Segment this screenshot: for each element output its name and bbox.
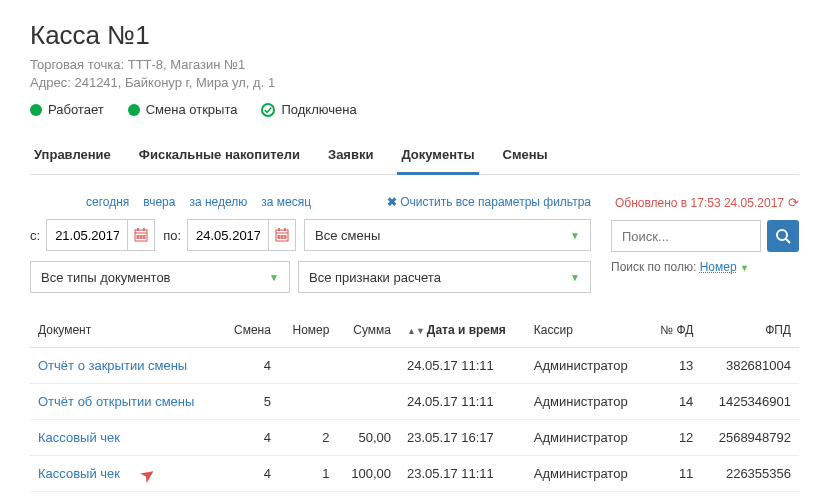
cell-fd: 10 [647, 492, 701, 504]
th-datetime[interactable]: ▲▼Дата и время [399, 313, 526, 348]
svg-line-19 [786, 239, 790, 243]
cell-number [279, 492, 337, 504]
cell-fd: 12 [647, 420, 701, 456]
document-link[interactable]: Кассовый чек [38, 466, 120, 481]
quick-today[interactable]: сегодня [86, 195, 129, 209]
cell-fpd: 269436706 [701, 492, 799, 504]
cell-sum [337, 384, 399, 420]
date-from-input[interactable] [47, 222, 127, 249]
cell-fd: 11 [647, 456, 701, 492]
th-fpd[interactable]: ФПД [701, 313, 799, 348]
chevron-down-icon: ▼ [740, 263, 749, 273]
date-to-input[interactable] [188, 222, 268, 249]
document-link[interactable]: Отчёт о закрытии смены [38, 358, 187, 373]
updated-text: Обновлено в 17:53 24.05.2017 [615, 196, 784, 210]
cell-datetime: 24.05.17 11:11 [399, 348, 526, 384]
cell-shift: 4 [220, 348, 278, 384]
th-sum[interactable]: Сумма [337, 313, 399, 348]
table-row: Отчёт об открытии смены423.05.17 10:59Ад… [30, 492, 799, 504]
cell-number [279, 384, 337, 420]
clear-filter[interactable]: ✖ Очистить все параметры фильтра [387, 195, 591, 209]
th-shift[interactable]: Смена [220, 313, 278, 348]
address-label: Адрес: [30, 75, 71, 90]
cell-cashier: Администратор [526, 420, 647, 456]
shift-select-label: Все смены [315, 228, 380, 243]
calendar-from-button[interactable] [127, 220, 154, 250]
quick-week[interactable]: за неделю [189, 195, 247, 209]
cell-fpd: 2568948792 [701, 420, 799, 456]
status-working-label: Работает [48, 102, 104, 117]
refresh-icon[interactable]: ⟳ [788, 195, 799, 210]
quick-month[interactable]: за месяц [261, 195, 311, 209]
trade-point-line: Торговая точка: ТТТ-8, Магазин №1 [30, 57, 799, 72]
cell-fd: 13 [647, 348, 701, 384]
cell-cashier: Администратор [526, 456, 647, 492]
cell-shift: 4 [220, 492, 278, 504]
status-row: Работает Смена открыта Подключена [30, 102, 799, 117]
cell-datetime: 23.05.17 10:59 [399, 492, 526, 504]
updated-label: Обновлено в 17:53 24.05.2017 ⟳ [611, 195, 799, 210]
table-row: Отчёт об открытии смены524.05.17 11:11Ад… [30, 384, 799, 420]
cell-fd: 14 [647, 384, 701, 420]
cell-cashier: Администратор [526, 384, 647, 420]
calendar-to-button[interactable] [268, 220, 295, 250]
tab-documents[interactable]: Документы [397, 137, 478, 175]
calctype-select[interactable]: Все признаки расчета ▼ [298, 261, 591, 293]
shift-select[interactable]: Все смены ▼ [304, 219, 591, 251]
search-field-label: Поиск по полю: [611, 260, 696, 274]
check-circle-icon [261, 103, 275, 117]
calendar-icon [275, 228, 289, 242]
calctype-select-label: Все признаки расчета [309, 270, 441, 285]
th-datetime-label: Дата и время [427, 323, 506, 337]
documents-table: Документ Смена Номер Сумма ▲▼Дата и врем… [30, 313, 799, 503]
pointer-arrow-icon: ➤ [135, 462, 160, 489]
clear-filter-label: Очистить все параметры фильтра [400, 195, 591, 209]
chevron-down-icon: ▼ [269, 272, 279, 283]
status-working: Работает [30, 102, 104, 117]
search-field-select[interactable]: Номер [700, 260, 737, 274]
cell-datetime: 24.05.17 11:11 [399, 384, 526, 420]
status-connected-label: Подключена [281, 102, 356, 117]
doctype-select[interactable]: Все типы документов ▼ [30, 261, 290, 293]
tab-fiscal[interactable]: Фискальные накопители [135, 137, 304, 175]
tabs: Управление Фискальные накопители Заявки … [30, 137, 799, 175]
cell-number: 1 [279, 456, 337, 492]
cell-cashier: Администратор [526, 348, 647, 384]
cell-shift: 4 [220, 456, 278, 492]
chevron-down-icon: ▼ [570, 230, 580, 241]
tab-requests[interactable]: Заявки [324, 137, 377, 175]
document-link[interactable]: Кассовый чек [38, 430, 120, 445]
search-field-row: Поиск по полю: Номер ▼ [611, 260, 799, 274]
document-link[interactable]: Отчёт об открытии смены [38, 394, 194, 409]
table-row: Отчёт о закрытии смены424.05.17 11:11Адм… [30, 348, 799, 384]
svg-point-18 [777, 230, 787, 240]
th-fd[interactable]: № ФД [647, 313, 701, 348]
address-value: 241241, Байконур г, Мира ул, д. 1 [74, 75, 275, 90]
status-dot-icon [30, 104, 42, 116]
status-dot-icon [128, 104, 140, 116]
tab-management[interactable]: Управление [30, 137, 115, 175]
date-from-label: с: [30, 228, 40, 243]
date-to-label: по: [163, 228, 181, 243]
th-number[interactable]: Номер [279, 313, 337, 348]
sort-icon: ▲▼ [407, 326, 425, 336]
th-cashier[interactable]: Кассир [526, 313, 647, 348]
search-icon [775, 228, 791, 244]
point-value: ТТТ-8, Магазин №1 [128, 57, 246, 72]
cell-sum [337, 492, 399, 504]
th-document[interactable]: Документ [30, 313, 220, 348]
search-input[interactable] [611, 220, 761, 252]
cell-fpd: 226355356 [701, 456, 799, 492]
tab-shifts[interactable]: Смены [499, 137, 552, 175]
cell-sum: 100,00 [337, 456, 399, 492]
cell-fpd: 382681004 [701, 348, 799, 384]
cell-shift: 4 [220, 420, 278, 456]
quick-yesterday[interactable]: вчера [143, 195, 175, 209]
cell-fpd: 1425346901 [701, 384, 799, 420]
search-button[interactable] [767, 220, 799, 252]
cell-shift: 5 [220, 384, 278, 420]
status-shift-open: Смена открыта [128, 102, 238, 117]
cell-number [279, 348, 337, 384]
cell-datetime: 23.05.17 11:11 [399, 456, 526, 492]
close-icon: ✖ [387, 195, 397, 209]
